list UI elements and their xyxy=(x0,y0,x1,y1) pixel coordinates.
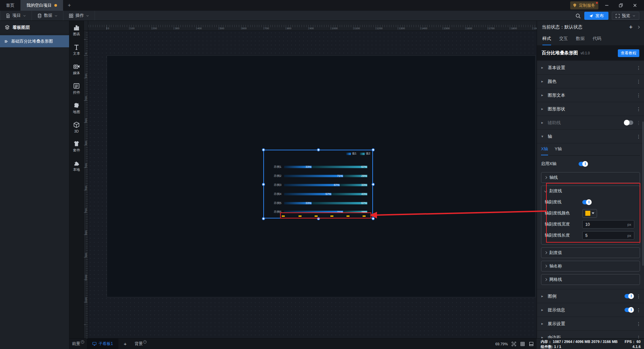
more-menu-icon[interactable]: ⋮ xyxy=(636,65,640,70)
bottom-bar: 前景 + 子看板1 + 背景 + 69.79% xyxy=(69,338,537,349)
search-icon[interactable] xyxy=(575,13,581,19)
group-axis-line[interactable]: 轴线 xyxy=(541,172,640,183)
state-label: 当前状态： xyxy=(542,24,565,30)
close-icon xyxy=(633,3,637,8)
collapse-panel-chevron-icon[interactable] xyxy=(637,26,640,29)
chevron-down-icon xyxy=(86,14,89,17)
group-tick-values[interactable]: 刻度值 xyxy=(541,247,640,258)
legend-toggle[interactable] xyxy=(625,294,633,298)
value-label: 57% xyxy=(325,192,331,196)
grid-view-icon[interactable] xyxy=(520,341,525,347)
ruler-label: 0 xyxy=(85,50,88,57)
more-menu-icon[interactable]: ⋮ xyxy=(636,307,640,313)
asset-item-three-d[interactable]: 3D xyxy=(73,121,80,133)
fit-screen-icon[interactable] xyxy=(511,341,517,347)
tick-length-input[interactable]: 5 px xyxy=(582,231,634,240)
selection-handle[interactable] xyxy=(262,217,265,220)
chevron-down-icon xyxy=(544,190,547,192)
window-tab-project[interactable]: 我的空白项目 xyxy=(20,0,63,11)
section-graphic-shape[interactable]: ▸ 图形形状 ⋮ xyxy=(537,102,644,115)
menu-actions[interactable]: 操作 xyxy=(63,11,95,20)
legend-label: 值1 xyxy=(352,152,357,156)
selection-handle[interactable] xyxy=(372,148,375,151)
more-menu-icon[interactable]: ⋮ xyxy=(636,106,640,112)
more-menu-icon[interactable]: ⋮ xyxy=(636,321,640,327)
subboard-tab[interactable]: 子看板1 xyxy=(87,339,118,349)
selection-handle[interactable] xyxy=(262,148,265,151)
memory-label: 内存： xyxy=(541,340,552,344)
tab-interaction[interactable]: 交互 xyxy=(559,36,568,45)
asset-item-controls[interactable]: 控件 xyxy=(73,83,80,95)
asset-item-charts[interactable]: 图表 xyxy=(73,24,80,37)
tab-style[interactable]: 样式 xyxy=(542,36,551,45)
custom-service-badge[interactable]: 定制服务 xyxy=(570,1,598,9)
selection-handle[interactable] xyxy=(372,183,375,186)
value-label: 67% xyxy=(334,183,339,187)
tick-width-input[interactable]: 10 px xyxy=(582,220,634,229)
auxiliary-line-toggle[interactable] xyxy=(625,120,633,125)
tooltip-toggle[interactable] xyxy=(625,308,633,312)
group-tick-line[interactable]: 刻度线 轴刻度线 轴刻度线颜色 轴刻度线宽度 xyxy=(541,186,640,245)
tab-x-axis[interactable]: X轴 xyxy=(541,146,548,155)
layer-item-percent-stacked-bar[interactable]: 基础百分比堆叠条形图 xyxy=(0,35,69,47)
add-state-button[interactable]: + xyxy=(629,24,633,31)
section-axis[interactable]: ▾ 轴 ⋮ xyxy=(537,130,644,143)
tab-code[interactable]: 代码 xyxy=(593,36,601,45)
tutorial-button[interactable]: 查看教程 xyxy=(618,49,639,57)
more-menu-icon[interactable]: ⋮ xyxy=(636,79,640,84)
section-auxiliary-line[interactable]: ▸ 辅助线 ⋮ xyxy=(537,116,644,129)
foreground-button[interactable]: 前景 + xyxy=(69,339,87,349)
tab-data[interactable]: 数据 xyxy=(576,36,585,45)
add-background-icon[interactable]: + xyxy=(143,340,147,344)
percent-stacked-bar-chart[interactable]: 值1 值2 示例1 33% 67% 示例2 71% 29% 示例3 67% 33… xyxy=(263,150,373,218)
asset-item-kit[interactable]: 套件 xyxy=(73,140,80,153)
group-grid-line[interactable]: 网格线 xyxy=(541,274,640,285)
more-menu-icon[interactable]: ⋮ xyxy=(636,294,640,299)
add-subboard-button[interactable]: + xyxy=(118,339,132,349)
section-legend[interactable]: ▸ 图例 ⋮ xyxy=(537,290,644,303)
window-tab-home[interactable]: 首页 xyxy=(0,0,20,11)
section-display-settings[interactable]: ▸ 展示设置 ⋮ xyxy=(537,317,644,330)
legend-item[interactable]: 值2 xyxy=(360,152,370,156)
axis-tick-toggle[interactable] xyxy=(582,200,591,204)
new-tab-button[interactable]: + xyxy=(63,0,75,11)
asset-item-map[interactable]: 地图 xyxy=(73,102,80,114)
ruler-label: 500 xyxy=(220,27,224,30)
tick-color-picker[interactable] xyxy=(582,209,597,218)
selection-handle[interactable] xyxy=(317,148,320,151)
tab-y-axis[interactable]: Y轴 xyxy=(555,146,562,155)
more-menu-icon[interactable]: ⋮ xyxy=(636,120,640,126)
category-label: 示例6 xyxy=(264,210,281,214)
enable-x-axis-toggle[interactable] xyxy=(579,162,587,166)
background-button[interactable]: 背景 + xyxy=(132,339,149,349)
minimize-button[interactable] xyxy=(601,1,612,10)
group-axis-name[interactable]: 轴名称 xyxy=(541,261,640,271)
section-color[interactable]: ▸ 颜色 ⋮ xyxy=(537,75,644,88)
bar-chart-icon xyxy=(73,24,80,31)
section-basic-settings[interactable]: ▸ 基本设置 ⋮ xyxy=(537,61,644,74)
section-graphic-text[interactable]: ▸ 图形文本 ⋮ xyxy=(537,89,644,102)
legend-item[interactable]: 值1 xyxy=(346,152,357,156)
category-label: 示例4 xyxy=(264,192,281,196)
close-button[interactable] xyxy=(629,1,641,10)
maximize-button[interactable] xyxy=(615,1,627,10)
more-menu-icon[interactable]: ⋮ xyxy=(636,93,640,98)
chevron-down-icon: ▾ xyxy=(541,134,545,139)
selection-handle[interactable] xyxy=(372,217,375,220)
section-tooltip[interactable]: ▸ 提示信息 ⋮ xyxy=(537,303,644,316)
menu-project[interactable]: 项目 xyxy=(0,11,32,20)
menu-data[interactable]: 数据 xyxy=(32,11,63,20)
more-menu-icon[interactable]: ⋮ xyxy=(636,134,640,139)
add-foreground-icon[interactable]: + xyxy=(81,340,84,344)
asset-item-local[interactable]: 本地 xyxy=(73,160,80,172)
publish-button[interactable]: 发布 xyxy=(584,12,608,20)
asset-item-text[interactable]: 文本 xyxy=(73,44,80,56)
selection-handle[interactable] xyxy=(262,183,265,186)
tick-length-label: 轴刻度线长度 xyxy=(545,233,582,238)
chevron-right-icon: ▸ xyxy=(541,79,545,84)
bar-segment-2: 67% xyxy=(312,202,367,204)
collapse-panel-icon[interactable] xyxy=(528,341,534,347)
inspector-scrollbar[interactable] xyxy=(642,121,644,266)
asset-item-media[interactable]: 媒体 xyxy=(73,63,80,76)
preview-button[interactable]: 预览 xyxy=(612,12,639,20)
